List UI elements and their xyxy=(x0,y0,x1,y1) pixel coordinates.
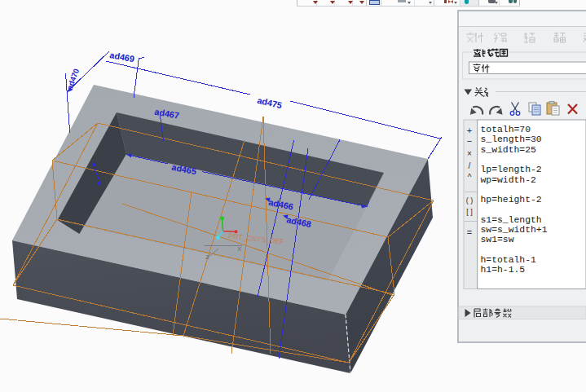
svg-text:sw=s_width+1: sw=s_width+1 xyxy=(481,225,548,235)
svg-text:s_width=25: s_width=25 xyxy=(481,145,537,155)
svg-text:s_length=30: s_length=30 xyxy=(481,134,542,144)
svg-text:+: + xyxy=(467,126,472,135)
svg-text:totalh=70: totalh=70 xyxy=(481,125,531,134)
svg-text:hp=height-2: hp=height-2 xyxy=(481,195,542,205)
svg-text:lp=length-2: lp=length-2 xyxy=(481,165,542,174)
svg-text:[ ]: [ ] xyxy=(466,208,473,216)
svg-text:h1=h-1.5: h1=h-1.5 xyxy=(481,265,526,275)
svg-text:=: = xyxy=(467,227,472,237)
svg-text:×: × xyxy=(467,149,472,158)
svg-text:−: − xyxy=(467,136,472,146)
svg-text:sw1=sw: sw1=sw xyxy=(481,235,514,244)
svg-text:s1=s_length: s1=s_length xyxy=(481,215,542,225)
svg-text:wp=width-2: wp=width-2 xyxy=(481,175,537,185)
svg-text:/: / xyxy=(469,161,471,170)
svg-text:h=totalh-1: h=totalh-1 xyxy=(481,255,537,265)
svg-text:^: ^ xyxy=(468,173,472,182)
svg-text:( ): ( ) xyxy=(466,196,474,205)
